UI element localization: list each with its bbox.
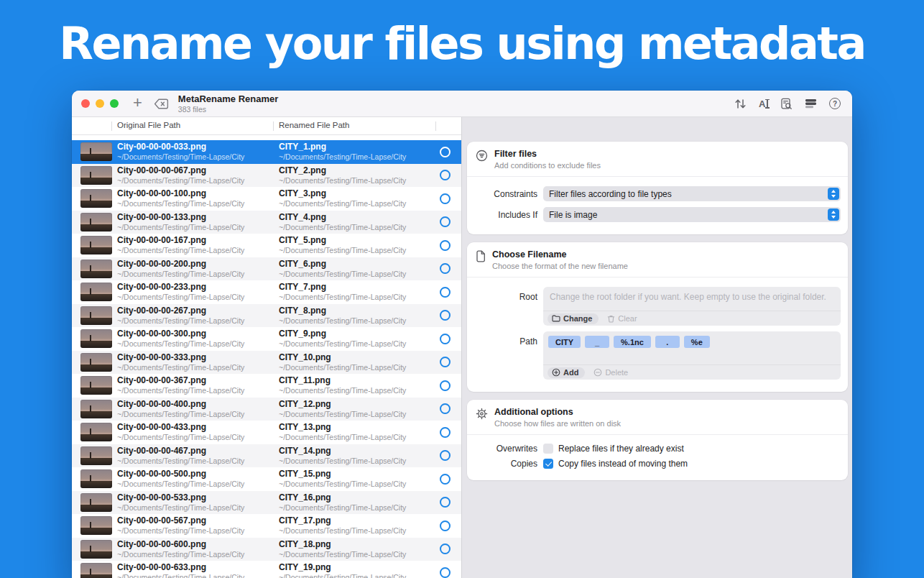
column-original[interactable]: Original File Path — [117, 121, 180, 129]
renamed-filename: CITY_18.png — [279, 539, 434, 550]
original-filename: City-00-00-00-233.png — [117, 282, 279, 293]
constraints-select[interactable]: Filter files according to file types — [543, 186, 841, 201]
table-row[interactable]: City-00-00-00-567.png ~/Documents/Testin… — [72, 514, 461, 538]
status-ring-icon[interactable] — [440, 497, 451, 508]
original-filepath: ~/Documents/Testing/Time-Lapse/City — [117, 550, 279, 559]
clear-list-button[interactable] — [154, 98, 169, 109]
table-row[interactable]: City-00-00-00-233.png ~/Documents/Testin… — [72, 280, 461, 304]
overwrites-checkbox[interactable] — [543, 444, 553, 454]
document-icon — [476, 250, 486, 262]
status-ring-icon[interactable] — [440, 380, 451, 391]
renamed-filename: CITY_4.png — [279, 212, 434, 223]
root-folder-input[interactable]: Change the root folder if you want. Keep… — [543, 287, 841, 311]
options-subtitle: Choose how files are written on disk — [494, 419, 621, 428]
original-filepath: ~/Documents/Testing/Time-Lapse/City — [117, 386, 279, 395]
renamed-filepath: ~/Documents/Testing/Time-Lapse/City — [279, 152, 434, 162]
column-divider — [111, 121, 112, 131]
queue-button[interactable] — [805, 98, 817, 109]
status-ring-icon[interactable] — [440, 263, 451, 274]
table-row[interactable]: City-00-00-00-333.png ~/Documents/Testin… — [72, 351, 461, 375]
original-filepath: ~/Documents/Testing/Time-Lapse/City — [117, 270, 279, 279]
column-divider — [435, 121, 436, 131]
window-title-block: MetaRename Renamer 383 files — [178, 93, 278, 114]
file-thumbnail — [80, 260, 112, 278]
status-ring-icon[interactable] — [440, 334, 451, 344]
sort-button[interactable] — [734, 98, 747, 109]
file-thumbnail — [80, 329, 112, 348]
includes-select[interactable]: File is image — [543, 207, 841, 222]
file-thumbnail — [80, 189, 112, 208]
help-button[interactable]: ? — [829, 98, 841, 109]
file-thumbnail — [80, 353, 112, 372]
table-row[interactable]: City-00-00-00-600.png ~/Documents/Testin… — [72, 538, 461, 561]
path-token-chip[interactable]: %.1nc — [614, 336, 651, 348]
original-filename: City-00-00-00-200.png — [117, 259, 279, 270]
change-root-button[interactable]: Change — [548, 313, 599, 324]
path-token-chip[interactable]: CITY — [548, 336, 581, 348]
add-token-button[interactable]: Add — [548, 367, 585, 378]
root-folder-box: Change the root folder if you want. Keep… — [543, 287, 841, 326]
original-filename: City-00-00-00-633.png — [117, 562, 279, 573]
status-ring-icon[interactable] — [440, 520, 451, 531]
delete-token-button[interactable]: Delete — [593, 368, 628, 377]
close-window-button[interactable] — [81, 99, 90, 108]
zoom-window-button[interactable] — [110, 99, 119, 108]
status-ring-icon[interactable] — [440, 474, 451, 485]
path-token-chip[interactable]: %e — [684, 336, 710, 348]
renamed-filepath: ~/Documents/Testing/Time-Lapse/City — [279, 410, 434, 419]
table-row[interactable]: City-00-00-00-433.png ~/Documents/Testin… — [72, 421, 461, 444]
root-label: Root — [467, 287, 537, 302]
status-ring-icon[interactable] — [440, 357, 451, 367]
minimize-window-button[interactable] — [96, 99, 104, 108]
status-ring-icon[interactable] — [440, 427, 451, 438]
preview-button[interactable] — [780, 98, 793, 110]
renamed-filename: CITY_1.png — [279, 142, 434, 152]
status-ring-icon[interactable] — [440, 287, 451, 298]
table-row[interactable]: City-00-00-00-167.png ~/Documents/Testin… — [72, 234, 461, 257]
original-filename: City-00-00-00-333.png — [117, 352, 279, 363]
table-row[interactable]: City-00-00-00-133.png ~/Documents/Testin… — [72, 211, 461, 234]
path-token-chip[interactable]: _ — [585, 336, 609, 348]
status-ring-icon[interactable] — [440, 403, 451, 414]
table-row[interactable]: City-00-00-00-400.png ~/Documents/Testin… — [72, 398, 461, 421]
path-token-chip[interactable]: . — [655, 336, 680, 348]
renamed-filepath: ~/Documents/Testing/Time-Lapse/City — [279, 363, 434, 372]
status-ring-icon[interactable] — [440, 567, 451, 578]
renamed-filename: CITY_8.png — [279, 306, 434, 316]
table-row[interactable]: City-00-00-00-300.png ~/Documents/Testin… — [72, 327, 461, 351]
table-row[interactable]: City-00-00-00-200.png ~/Documents/Testin… — [72, 257, 461, 281]
status-ring-icon[interactable] — [440, 193, 451, 204]
table-row[interactable]: City-00-00-00-367.png ~/Documents/Testin… — [72, 374, 461, 398]
table-row[interactable]: City-00-00-00-533.png ~/Documents/Testin… — [72, 491, 461, 515]
table-row[interactable]: City-00-00-00-500.png ~/Documents/Testin… — [72, 467, 461, 491]
table-row[interactable]: City-00-00-00-467.png ~/Documents/Testin… — [72, 444, 461, 468]
options-card-header: Additional options Choose how files are … — [467, 400, 848, 435]
original-filepath: ~/Documents/Testing/Time-Lapse/City — [117, 363, 279, 372]
clear-root-button[interactable]: Clear — [607, 314, 637, 323]
renamed-filepath: ~/Documents/Testing/Time-Lapse/City — [279, 480, 434, 489]
status-ring-icon[interactable] — [440, 147, 451, 157]
status-ring-icon[interactable] — [440, 450, 451, 461]
sort-arrows-icon — [734, 98, 747, 109]
status-ring-icon[interactable] — [440, 170, 451, 180]
renamed-filename: CITY_16.png — [279, 492, 434, 503]
column-renamed[interactable]: Renamed File Path — [279, 121, 349, 129]
original-filepath: ~/Documents/Testing/Time-Lapse/City — [117, 246, 279, 255]
renamed-filepath: ~/Documents/Testing/Time-Lapse/City — [279, 246, 434, 255]
rename-rules-button[interactable]: A — [759, 98, 768, 109]
file-thumbnail — [80, 493, 112, 512]
status-ring-icon[interactable] — [440, 310, 451, 321]
table-row[interactable]: City-00-00-00-067.png ~/Documents/Testin… — [72, 164, 461, 188]
add-files-button[interactable]: + — [133, 95, 142, 111]
status-ring-icon[interactable] — [440, 216, 451, 227]
table-row[interactable]: City-00-00-00-633.png ~/Documents/Testin… — [72, 561, 461, 578]
constraints-value: Filter files according to file types — [549, 189, 672, 199]
status-ring-icon[interactable] — [440, 240, 451, 251]
renamed-filename: CITY_3.png — [279, 188, 434, 199]
table-row[interactable]: City-00-00-00-100.png ~/Documents/Testin… — [72, 187, 461, 211]
copies-checkbox[interactable] — [543, 459, 553, 469]
table-row[interactable]: City-00-00-00-033.png ~/Documents/Testin… — [72, 140, 461, 164]
path-format-box: CITY_%.1nc.%e Add — [543, 331, 841, 380]
table-row[interactable]: City-00-00-00-267.png ~/Documents/Testin… — [72, 304, 461, 328]
status-ring-icon[interactable] — [440, 543, 451, 554]
